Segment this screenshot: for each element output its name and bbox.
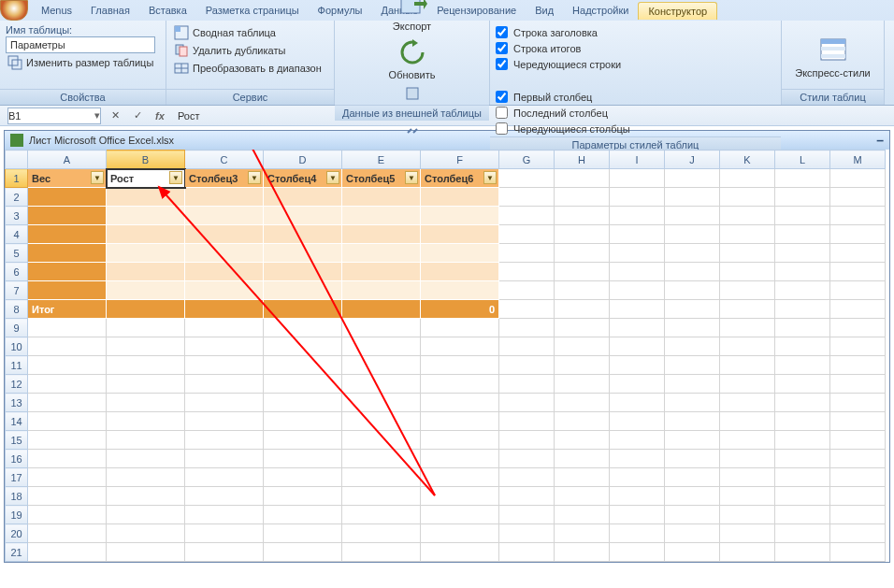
cell[interactable] — [421, 431, 499, 450]
cell[interactable] — [264, 356, 342, 375]
cell[interactable] — [264, 244, 342, 263]
cell[interactable] — [775, 468, 830, 487]
cell[interactable] — [185, 263, 264, 281]
cell[interactable] — [499, 244, 555, 263]
name-box-dropdown-icon[interactable]: ▾ — [94, 109, 100, 122]
cell[interactable] — [610, 225, 665, 244]
cell[interactable] — [342, 412, 421, 431]
cell[interactable] — [665, 356, 720, 375]
cell[interactable] — [421, 244, 499, 263]
cell[interactable] — [775, 412, 830, 431]
cell[interactable] — [185, 356, 264, 375]
cell[interactable] — [555, 337, 610, 356]
row-header[interactable]: 5 — [6, 244, 28, 263]
cell[interactable] — [421, 319, 499, 337]
cell[interactable]: Рост▼ — [107, 169, 185, 188]
column-header[interactable]: B — [107, 151, 185, 169]
tab-menus[interactable]: Menus — [32, 2, 81, 19]
cell[interactable]: Столбец6▼ — [421, 169, 499, 188]
cell[interactable] — [185, 300, 264, 319]
name-box[interactable]: B1 ▾ — [7, 108, 101, 124]
cell[interactable] — [610, 207, 665, 225]
cell[interactable] — [499, 375, 555, 394]
cell[interactable] — [28, 244, 107, 263]
cell[interactable] — [28, 225, 107, 244]
cell[interactable] — [830, 356, 886, 375]
cell[interactable]: Столбец4▼ — [264, 169, 342, 188]
filter-dropdown-icon[interactable]: ▼ — [326, 171, 339, 184]
column-header[interactable]: D — [264, 151, 342, 169]
cell[interactable] — [342, 356, 421, 375]
cell[interactable] — [107, 319, 185, 337]
cell[interactable] — [720, 412, 775, 431]
accept-formula-button[interactable]: ✓ — [129, 108, 146, 124]
row-header[interactable]: 13 — [6, 394, 28, 412]
grid[interactable]: ABCDEFGHIJKLM1Вес▼Рост▼Столбец3▼Столбец4… — [5, 150, 886, 562]
cell[interactable] — [775, 207, 830, 225]
cell[interactable] — [665, 431, 720, 450]
cell[interactable] — [342, 300, 421, 319]
cell[interactable] — [610, 319, 665, 337]
select-all-corner[interactable] — [6, 151, 28, 169]
cell[interactable] — [775, 431, 830, 450]
cell[interactable] — [610, 244, 665, 263]
cell[interactable] — [775, 394, 830, 412]
cell[interactable] — [421, 375, 499, 394]
cell[interactable] — [720, 263, 775, 281]
row-header[interactable]: 15 — [6, 431, 28, 450]
cell[interactable] — [28, 506, 107, 524]
cell[interactable] — [107, 356, 185, 375]
cell[interactable] — [264, 468, 342, 487]
cell[interactable] — [775, 263, 830, 281]
cell[interactable] — [665, 300, 720, 319]
cell[interactable] — [610, 263, 665, 281]
cell[interactable] — [775, 281, 830, 300]
cell[interactable] — [499, 225, 555, 244]
cell[interactable] — [720, 506, 775, 524]
cell[interactable] — [342, 431, 421, 450]
cell[interactable] — [665, 506, 720, 524]
cell[interactable] — [264, 207, 342, 225]
row-header[interactable]: 17 — [6, 468, 28, 487]
cell[interactable] — [421, 524, 499, 543]
cell[interactable] — [185, 207, 264, 225]
cell[interactable] — [185, 375, 264, 394]
cell[interactable] — [28, 207, 107, 225]
cell[interactable] — [107, 412, 185, 431]
cell[interactable] — [720, 356, 775, 375]
cell[interactable] — [665, 263, 720, 281]
cell[interactable] — [830, 412, 886, 431]
cell[interactable] — [107, 281, 185, 300]
cell[interactable] — [107, 244, 185, 263]
cell[interactable] — [264, 337, 342, 356]
cell[interactable] — [555, 225, 610, 244]
cell[interactable] — [28, 468, 107, 487]
cell[interactable] — [775, 543, 830, 562]
cell[interactable] — [28, 394, 107, 412]
cell[interactable] — [107, 431, 185, 450]
cell[interactable] — [421, 337, 499, 356]
cell[interactable] — [720, 169, 775, 188]
cell[interactable] — [610, 394, 665, 412]
cell[interactable] — [421, 207, 499, 225]
filter-dropdown-icon[interactable]: ▼ — [405, 171, 418, 184]
quickstyles-button[interactable]: Экспресс-стили — [791, 36, 875, 79]
column-header[interactable]: J — [665, 151, 720, 169]
cell[interactable]: Столбец3▼ — [185, 169, 264, 188]
cell[interactable] — [264, 543, 342, 562]
cell[interactable] — [610, 188, 665, 207]
cell[interactable] — [610, 281, 665, 300]
cell[interactable] — [264, 487, 342, 506]
cell[interactable] — [610, 487, 665, 506]
cell[interactable] — [499, 450, 555, 468]
cell[interactable] — [555, 188, 610, 207]
cell[interactable] — [342, 188, 421, 207]
column-header[interactable]: L — [775, 151, 830, 169]
column-header[interactable]: G — [499, 151, 555, 169]
row-header[interactable]: 18 — [6, 487, 28, 506]
cell[interactable] — [610, 356, 665, 375]
cell[interactable] — [264, 281, 342, 300]
cell[interactable] — [555, 394, 610, 412]
resize-table-button[interactable]: Изменить размер таблицы — [6, 54, 160, 71]
cell[interactable] — [264, 188, 342, 207]
